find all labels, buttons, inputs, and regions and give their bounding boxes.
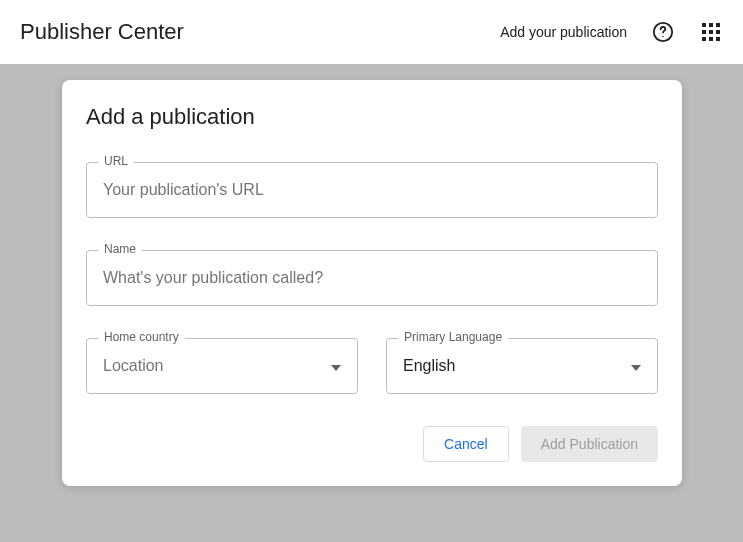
apps-icon[interactable] bbox=[699, 20, 723, 44]
country-label: Home country bbox=[98, 330, 185, 344]
help-icon[interactable] bbox=[651, 20, 675, 44]
country-field: Home country Location bbox=[86, 338, 358, 394]
svg-rect-5 bbox=[702, 30, 706, 34]
chevron-down-icon bbox=[331, 357, 341, 375]
language-value: English bbox=[403, 357, 455, 375]
svg-rect-3 bbox=[709, 23, 713, 27]
add-publication-link[interactable]: Add your publication bbox=[500, 24, 627, 40]
name-label: Name bbox=[98, 242, 142, 256]
svg-rect-7 bbox=[716, 30, 720, 34]
app-header: Publisher Center Add your publication bbox=[0, 0, 743, 64]
language-select[interactable]: English bbox=[386, 338, 658, 394]
app-title: Publisher Center bbox=[20, 19, 184, 45]
modal-actions: Cancel Add Publication bbox=[86, 426, 658, 462]
url-label: URL bbox=[98, 154, 134, 168]
chevron-down-icon bbox=[631, 357, 641, 375]
svg-rect-2 bbox=[702, 23, 706, 27]
url-input[interactable] bbox=[86, 162, 658, 218]
svg-rect-9 bbox=[709, 37, 713, 41]
field-row: Home country Location Primary Language E… bbox=[86, 338, 658, 394]
svg-point-1 bbox=[662, 36, 663, 37]
language-field: Primary Language English bbox=[386, 338, 658, 394]
svg-rect-4 bbox=[716, 23, 720, 27]
add-publication-modal: Add a publication URL Name Home country … bbox=[62, 80, 682, 486]
svg-rect-8 bbox=[702, 37, 706, 41]
country-select[interactable]: Location bbox=[86, 338, 358, 394]
name-field: Name bbox=[86, 250, 658, 306]
header-actions: Add your publication bbox=[500, 20, 723, 44]
language-label: Primary Language bbox=[398, 330, 508, 344]
add-publication-button[interactable]: Add Publication bbox=[521, 426, 658, 462]
cancel-button[interactable]: Cancel bbox=[423, 426, 509, 462]
name-input[interactable] bbox=[86, 250, 658, 306]
svg-rect-10 bbox=[716, 37, 720, 41]
svg-rect-6 bbox=[709, 30, 713, 34]
modal-title: Add a publication bbox=[86, 104, 658, 130]
country-value: Location bbox=[103, 357, 164, 375]
url-field: URL bbox=[86, 162, 658, 218]
